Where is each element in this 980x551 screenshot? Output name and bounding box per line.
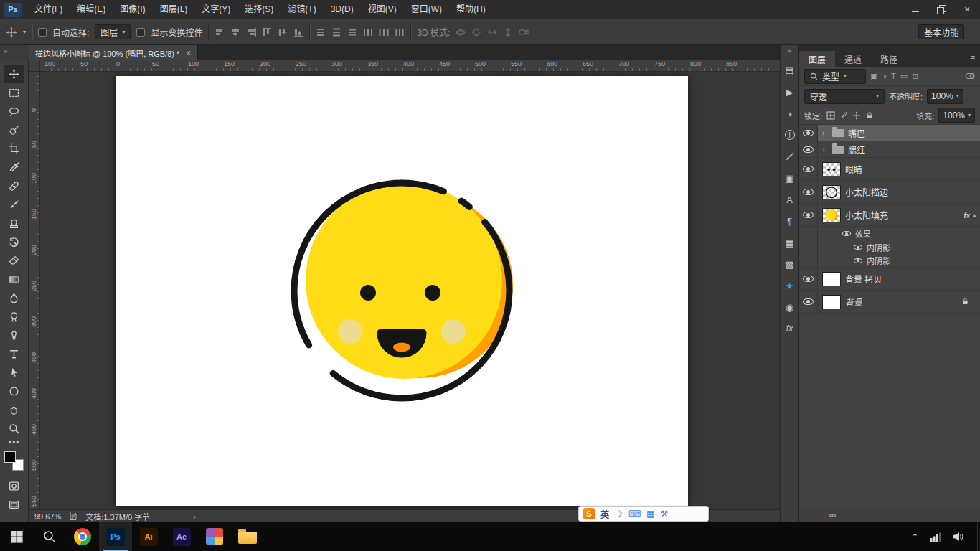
- taskbar-chrome-button[interactable]: [66, 522, 99, 551]
- pen-tool[interactable]: [4, 326, 24, 344]
- dodge-tool[interactable]: [4, 307, 24, 326]
- quick-mask-icon[interactable]: [4, 476, 24, 495]
- align-horizontal-centers-icon[interactable]: [230, 28, 240, 37]
- tool-preset-chevron-icon[interactable]: ▾: [23, 29, 26, 35]
- character-panel-icon[interactable]: A: [781, 192, 798, 207]
- distribute-left-edges-icon[interactable]: [363, 28, 373, 37]
- menu-item-5[interactable]: 选择(S): [237, 0, 281, 19]
- ime-toolbox-icon[interactable]: ⚒: [660, 509, 668, 518]
- expand-group-icon[interactable]: ›: [822, 128, 828, 137]
- workspace-switcher[interactable]: 基本功能: [918, 24, 964, 39]
- layer-thumbnail[interactable]: [822, 208, 841, 222]
- filter-kind-dropdown[interactable]: 类型 ▾: [804, 69, 866, 84]
- distribute-right-edges-icon[interactable]: [395, 28, 405, 37]
- properties-panel-icon[interactable]: ▤: [781, 62, 798, 78]
- close-button[interactable]: ×: [954, 0, 980, 19]
- ruler-origin-corner[interactable]: [29, 60, 40, 72]
- blend-mode-dropdown[interactable]: 穿透 ▾: [804, 89, 885, 104]
- crop-tool[interactable]: [4, 139, 24, 158]
- visibility-toggle[interactable]: [799, 181, 818, 203]
- tab-paths[interactable]: 路径: [871, 51, 907, 67]
- show-transform-controls-checkbox[interactable]: [136, 28, 145, 37]
- expand-group-icon[interactable]: ›: [822, 145, 828, 154]
- ime-keyboard-icon[interactable]: ⌨: [628, 509, 641, 518]
- brush-tool[interactable]: [4, 195, 24, 214]
- align-left-edges-icon[interactable]: [215, 28, 225, 37]
- collapse-effects-icon[interactable]: ▴: [973, 212, 976, 218]
- visibility-toggle[interactable]: [799, 268, 818, 290]
- auto-select-target-dropdown[interactable]: 图层 ▾: [95, 24, 131, 39]
- styles-panel-icon[interactable]: fx: [781, 321, 798, 336]
- edit-toolbar-icon[interactable]: ●●●: [9, 439, 20, 444]
- menu-item-9[interactable]: 窗口(W): [404, 0, 449, 19]
- align-top-edges-icon[interactable]: [262, 28, 272, 37]
- tools-panel-collapse[interactable]: »: [0, 45, 29, 60]
- distribute-top-edges-icon[interactable]: [316, 28, 326, 37]
- layer-filter-toggle-icon[interactable]: [965, 72, 975, 80]
- menu-item-8[interactable]: 视图(V): [361, 0, 404, 19]
- clone-source-panel-icon[interactable]: ▣: [781, 170, 798, 186]
- distribute-horizontal-centers-icon[interactable]: [379, 28, 389, 37]
- actions-panel-icon[interactable]: ▶: [781, 84, 798, 100]
- paragraph-panel-icon[interactable]: ¶: [781, 213, 798, 229]
- effects-visibility-toggle[interactable]: [842, 231, 851, 236]
- filter-shape-layers-icon[interactable]: ▭: [900, 72, 908, 81]
- effect-visibility-toggle[interactable]: [854, 245, 862, 250]
- lock-all-icon[interactable]: [865, 111, 874, 120]
- info-panel-icon[interactable]: i: [781, 127, 798, 143]
- menu-item-0[interactable]: 文件(F): [27, 0, 70, 19]
- opacity-field[interactable]: 100% ▾: [927, 89, 963, 104]
- rectangular-marquee-tool[interactable]: [4, 83, 24, 102]
- vertical-ruler[interactable]: 050100150200250300350400450500550: [29, 72, 40, 509]
- tab-layers[interactable]: 图层: [799, 51, 835, 67]
- layer-row-blush-group[interactable]: ›腮红: [799, 141, 980, 158]
- distribute-vertical-centers-icon[interactable]: [331, 28, 341, 37]
- fill-field[interactable]: 100% ▾: [938, 108, 975, 123]
- layer-thumbnail[interactable]: [822, 185, 841, 199]
- layer-name[interactable]: 小太阳描边: [845, 186, 888, 198]
- move-tool-preset-icon[interactable]: [6, 27, 17, 38]
- lock-transparent-pixels-icon[interactable]: [826, 111, 835, 120]
- gradient-tool[interactable]: [4, 270, 24, 288]
- align-right-edges-icon[interactable]: [246, 28, 256, 37]
- collapse-dock-icon[interactable]: «: [788, 47, 792, 57]
- zoom-tool[interactable]: [4, 419, 24, 438]
- layer-row-mouth-group[interactable]: ›嘴巴: [799, 125, 980, 141]
- taskbar-illustrator-button[interactable]: Ai: [132, 522, 165, 551]
- spot-healing-brush-tool[interactable]: [4, 176, 24, 195]
- layer-row-background[interactable]: 背景: [799, 291, 980, 314]
- ime-emoji-grid-icon[interactable]: ▦: [646, 509, 654, 518]
- inner-shadow-effect-row[interactable]: 内阴影: [799, 240, 980, 254]
- taskbar-app-button[interactable]: [198, 522, 231, 551]
- menu-item-1[interactable]: 编辑(E): [70, 0, 113, 19]
- clone-stamp-tool[interactable]: [4, 214, 24, 232]
- layer-name[interactable]: 嘴巴: [848, 127, 865, 139]
- layer-row-eyes[interactable]: 眼睛: [799, 158, 980, 181]
- menu-item-7[interactable]: 3D(D): [324, 0, 361, 19]
- 3d-scale-icon[interactable]: [519, 27, 529, 37]
- filter-smart-objects-icon[interactable]: ⊡: [912, 72, 918, 81]
- panel-menu-icon[interactable]: ≡: [970, 53, 975, 63]
- filter-pixel-layers-icon[interactable]: ▣: [870, 72, 877, 81]
- minimize-button[interactable]: [903, 0, 928, 19]
- horizontal-ruler[interactable]: 1005005010015020025030035040045050055060…: [40, 60, 780, 72]
- ellipse-tool[interactable]: [4, 382, 24, 400]
- 3d-slide-icon[interactable]: [503, 27, 513, 37]
- effects-row[interactable]: 效果: [799, 227, 980, 240]
- ime-fullwidth-moon-icon[interactable]: ☽: [615, 509, 623, 518]
- layer-name[interactable]: 腮红: [848, 143, 865, 156]
- eraser-tool[interactable]: [4, 251, 24, 270]
- layer-name[interactable]: 眼睛: [845, 163, 862, 175]
- show-desktop-button[interactable]: [977, 522, 980, 551]
- move-tool[interactable]: [4, 65, 24, 83]
- 3d-rotate-icon[interactable]: [456, 27, 466, 37]
- start-button[interactable]: [0, 522, 33, 551]
- visibility-toggle[interactable]: [799, 158, 818, 180]
- layer-thumbnail[interactable]: [822, 295, 841, 309]
- blur-tool[interactable]: [4, 288, 24, 307]
- swatches-panel-icon[interactable]: ▦: [781, 235, 798, 250]
- tray-expand-icon[interactable]: ⌃: [912, 532, 918, 542]
- menu-item-6[interactable]: 滤镜(T): [281, 0, 323, 19]
- menu-item-2[interactable]: 图像(I): [113, 0, 152, 19]
- type-tool[interactable]: [4, 344, 24, 363]
